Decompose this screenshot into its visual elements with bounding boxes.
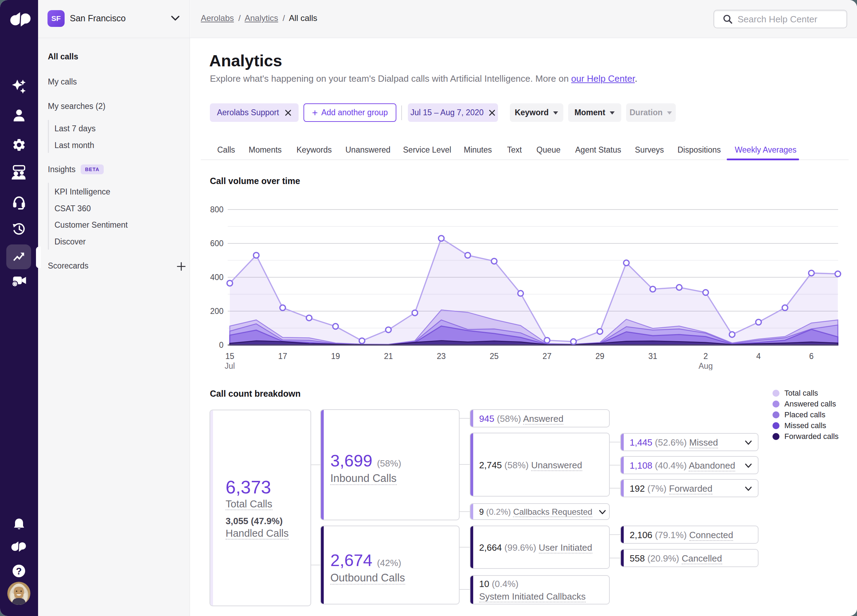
svg-text:19: 19 — [331, 352, 340, 361]
svg-text:600: 600 — [210, 239, 223, 248]
svg-text:200: 200 — [210, 306, 223, 316]
svg-text:6: 6 — [809, 352, 814, 361]
svg-text:800: 800 — [210, 205, 223, 214]
svg-text:400: 400 — [210, 273, 223, 282]
svg-text:29: 29 — [596, 352, 605, 361]
svg-text:Aug: Aug — [698, 361, 713, 370]
svg-text:27: 27 — [543, 352, 552, 361]
svg-text:4: 4 — [756, 352, 761, 361]
svg-text:23: 23 — [437, 352, 446, 361]
svg-text:31: 31 — [648, 352, 657, 361]
svg-text:25: 25 — [490, 352, 499, 361]
svg-text:15: 15 — [225, 352, 234, 361]
svg-text:Jul: Jul — [224, 361, 235, 370]
svg-text:0: 0 — [219, 341, 223, 350]
svg-text:17: 17 — [278, 352, 288, 361]
svg-text:2: 2 — [703, 352, 708, 361]
svg-text:21: 21 — [384, 352, 393, 361]
